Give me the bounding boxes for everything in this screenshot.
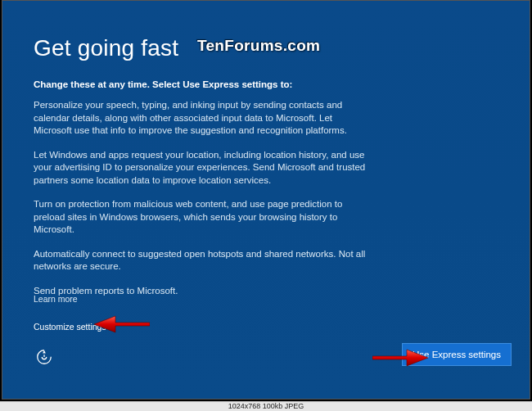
use-express-settings-button[interactable]: Use Express settings bbox=[402, 343, 512, 366]
paragraph-2: Let Windows and apps request your locati… bbox=[34, 149, 369, 187]
oobe-screen: Get going fast Change these at any time.… bbox=[2, 0, 530, 400]
paragraph-5: Send problem reports to Microsoft. bbox=[34, 285, 369, 298]
paragraph-1: Personalize your speech, typing, and ink… bbox=[34, 99, 369, 138]
learn-more-link[interactable]: Learn more bbox=[34, 294, 78, 304]
customize-settings-link[interactable]: Customize settings bbox=[34, 322, 106, 332]
image-info-bar: 1024x768 100kb JPEG bbox=[0, 401, 532, 411]
watermark-text: TenForums.com bbox=[197, 37, 320, 55]
paragraph-3: Turn on protection from malicious web co… bbox=[34, 198, 369, 237]
ease-of-access-icon[interactable] bbox=[35, 348, 53, 366]
paragraph-4: Automatically connect to suggested open … bbox=[34, 248, 369, 273]
sub-heading: Change these at any time. Select Use Exp… bbox=[34, 79, 498, 89]
